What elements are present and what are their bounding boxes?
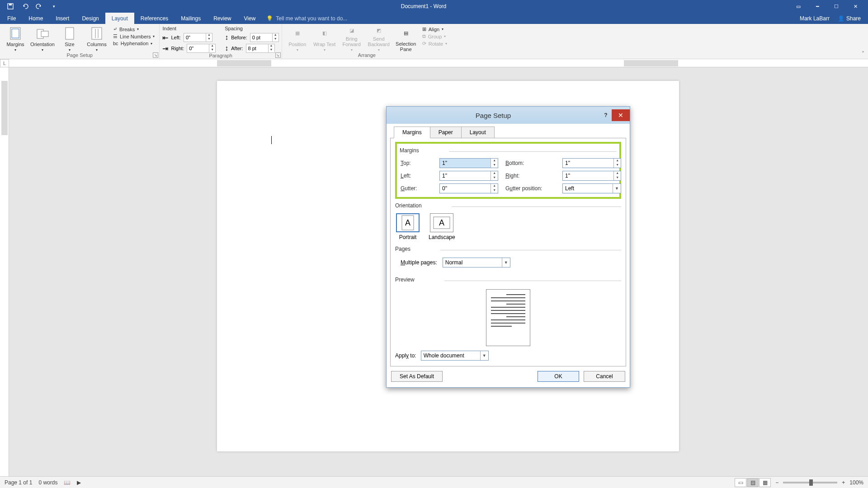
margin-bottom-input[interactable]: ▲▼ xyxy=(562,158,621,168)
margin-left-input[interactable]: ▲▼ xyxy=(439,171,498,181)
breaks-label: Breaks xyxy=(119,27,135,32)
undo-icon[interactable] xyxy=(21,2,29,10)
gutter-position-select[interactable]: Left▼ xyxy=(562,183,621,193)
vertical-ruler[interactable] xyxy=(0,67,9,476)
tab-insert[interactable]: Insert xyxy=(49,13,75,24)
hyphenation-button[interactable]: bcHyphenation▾ xyxy=(111,40,156,47)
zoom-handle[interactable] xyxy=(809,479,813,486)
tab-review[interactable]: Review xyxy=(207,13,237,24)
user-name[interactable]: Mark LaBarr xyxy=(800,15,830,22)
dialog-tab-paper[interactable]: Paper xyxy=(430,127,462,138)
spacing-after-input[interactable]: ▲▼ xyxy=(246,44,275,53)
dialog-close-icon[interactable]: ✕ xyxy=(612,109,630,121)
chevron-down-icon[interactable]: ▼ xyxy=(613,184,621,193)
minimize-icon[interactable]: ━ xyxy=(808,1,826,12)
selection-pane-button[interactable]: ▤Selection Pane xyxy=(393,26,419,52)
tab-selector[interactable]: L xyxy=(0,59,9,67)
send-backward-button[interactable]: ◩Send Backward▾ xyxy=(366,26,392,52)
multiple-pages-label: Multiple pages: xyxy=(401,259,437,266)
set-as-default-button[interactable]: Set As Default xyxy=(391,371,443,382)
paragraph-dialog-launcher[interactable]: ↘ xyxy=(275,52,281,58)
align-button[interactable]: ⊞Align▾ xyxy=(420,26,449,33)
dialog-help-icon[interactable]: ? xyxy=(600,110,612,121)
bring-forward-button[interactable]: ◪Bring Forward▾ xyxy=(339,26,364,52)
tell-me[interactable]: 💡 xyxy=(262,13,800,24)
spin-up-icon[interactable]: ▲ xyxy=(491,184,498,188)
print-layout-icon[interactable]: ▤ xyxy=(747,478,759,487)
indent-left-icon: ⇤ xyxy=(162,33,168,42)
margin-right-input[interactable]: ▲▼ xyxy=(562,171,621,181)
save-icon[interactable] xyxy=(6,2,14,10)
rotate-button[interactable]: ⟳Rotate▾ xyxy=(420,40,449,47)
tab-view[interactable]: View xyxy=(238,13,262,24)
multiple-pages-select[interactable]: Normal▼ xyxy=(443,258,510,267)
status-words[interactable]: 0 words xyxy=(38,479,57,486)
redo-icon[interactable] xyxy=(35,2,43,10)
read-mode-icon[interactable]: ▭ xyxy=(735,478,746,487)
spin-down-icon[interactable]: ▼ xyxy=(491,163,498,168)
margins-button[interactable]: Margins▾ xyxy=(3,26,28,52)
maximize-icon[interactable]: ☐ xyxy=(827,1,845,12)
group-button[interactable]: ⧉Group▾ xyxy=(420,33,449,40)
tell-me-input[interactable] xyxy=(276,15,389,22)
tab-references[interactable]: References xyxy=(134,13,175,24)
size-button[interactable]: Size▾ xyxy=(57,26,82,52)
zoom-in-icon[interactable]: + xyxy=(842,479,845,486)
tab-layout[interactable]: Layout xyxy=(105,13,134,24)
close-icon[interactable]: ✕ xyxy=(846,1,864,12)
spin-down-icon[interactable]: ▼ xyxy=(491,188,498,193)
columns-button[interactable]: Columns▾ xyxy=(84,26,109,52)
wrap-text-button[interactable]: ◧Wrap Text▾ xyxy=(312,26,337,52)
spin-up-icon[interactable]: ▲ xyxy=(614,171,621,176)
zoom-slider[interactable] xyxy=(783,482,837,483)
margin-top-input[interactable]: ▲▼ xyxy=(439,158,498,168)
spin-up-icon[interactable]: ▲ xyxy=(614,159,621,163)
apply-to-select[interactable]: Whole document▼ xyxy=(421,351,489,361)
gutter-position-label: Gutter position: xyxy=(505,185,555,192)
ribbon-display-icon[interactable]: ▭ xyxy=(789,1,807,12)
spin-up-icon[interactable]: ▲ xyxy=(491,159,498,163)
chevron-down-icon[interactable]: ▼ xyxy=(502,258,510,267)
indent-right-input[interactable]: ▲▼ xyxy=(187,44,216,53)
spin-down-icon[interactable]: ▼ xyxy=(614,163,621,168)
qat-customize-icon[interactable]: ▾ xyxy=(50,2,58,10)
spin-down-icon[interactable]: ▼ xyxy=(491,176,498,180)
spacing-before-input[interactable]: ▲▼ xyxy=(250,33,279,42)
gutter-input[interactable]: ▲▼ xyxy=(439,183,498,193)
spellcheck-icon[interactable]: 📖 xyxy=(64,479,71,486)
orientation-landscape[interactable]: A Landscape xyxy=(429,213,455,240)
spin-down-icon[interactable]: ▼ xyxy=(206,38,212,42)
chevron-down-icon[interactable]: ▼ xyxy=(480,351,488,360)
share-button[interactable]: 👤 Share xyxy=(838,15,861,22)
orientation-button[interactable]: Orientation▾ xyxy=(30,26,55,52)
spin-down-icon[interactable]: ▼ xyxy=(269,48,274,52)
tab-home[interactable]: Home xyxy=(22,13,49,24)
cancel-button[interactable]: Cancel xyxy=(584,371,625,382)
collapse-ribbon-icon[interactable]: ˄ xyxy=(862,51,864,57)
status-page[interactable]: Page 1 of 1 xyxy=(5,479,32,486)
horizontal-ruler[interactable] xyxy=(9,59,868,67)
tab-design[interactable]: Design xyxy=(75,13,105,24)
dialog-titlebar[interactable]: Page Setup ? ✕ xyxy=(387,107,630,124)
orientation-portrait[interactable]: A Portrait xyxy=(396,213,420,240)
page-setup-dialog-launcher[interactable]: ↘ xyxy=(153,52,158,58)
wrap-label: Wrap Text xyxy=(313,42,335,47)
breaks-button[interactable]: ⤶Breaks▾ xyxy=(111,26,156,33)
zoom-out-icon[interactable]: − xyxy=(775,479,778,486)
indent-left-input[interactable]: ▲▼ xyxy=(184,33,212,42)
spin-down-icon[interactable]: ▼ xyxy=(614,176,621,180)
macro-icon[interactable]: ▶ xyxy=(77,479,81,486)
spin-down-icon[interactable]: ▼ xyxy=(273,38,278,42)
spin-down-icon[interactable]: ▼ xyxy=(209,48,215,52)
paragraph-group-label: Paragraph xyxy=(162,53,278,59)
tab-mailings[interactable]: Mailings xyxy=(175,13,207,24)
tab-file[interactable]: File xyxy=(1,13,22,24)
dialog-tab-margins[interactable]: Margins xyxy=(394,127,430,138)
spin-up-icon[interactable]: ▲ xyxy=(491,171,498,176)
dialog-tab-layout[interactable]: Layout xyxy=(461,127,495,138)
web-layout-icon[interactable]: ▦ xyxy=(759,478,771,487)
line-numbers-button[interactable]: ☰Line Numbers▾ xyxy=(111,33,156,40)
ok-button[interactable]: OK xyxy=(538,371,579,382)
zoom-level[interactable]: 100% xyxy=(849,479,863,486)
position-button[interactable]: ▦Position▾ xyxy=(285,26,310,52)
